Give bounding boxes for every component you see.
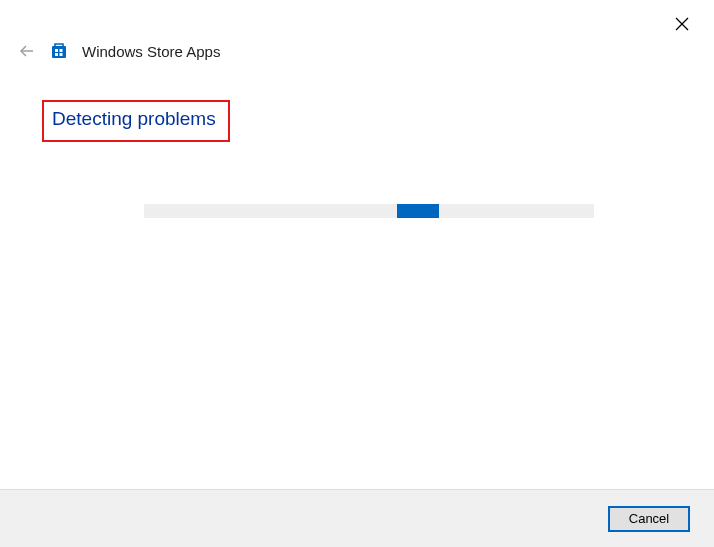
svg-rect-4 bbox=[55, 49, 58, 52]
window-title: Windows Store Apps bbox=[82, 43, 220, 60]
close-button[interactable] bbox=[674, 16, 690, 32]
svg-rect-3 bbox=[52, 46, 66, 58]
footer: Cancel bbox=[0, 489, 714, 547]
progress-bar bbox=[144, 204, 594, 218]
cancel-button[interactable]: Cancel bbox=[608, 506, 690, 532]
page-heading: Detecting problems bbox=[52, 108, 216, 130]
svg-rect-7 bbox=[60, 53, 63, 56]
arrow-left-icon bbox=[18, 42, 36, 60]
back-button[interactable] bbox=[18, 42, 36, 60]
svg-rect-5 bbox=[60, 49, 63, 52]
highlight-annotation: Detecting problems bbox=[42, 100, 230, 142]
windows-store-icon bbox=[50, 42, 68, 60]
close-icon bbox=[675, 17, 689, 31]
svg-rect-6 bbox=[55, 53, 58, 56]
header: Windows Store Apps bbox=[18, 42, 220, 60]
progress-indicator bbox=[397, 204, 439, 218]
